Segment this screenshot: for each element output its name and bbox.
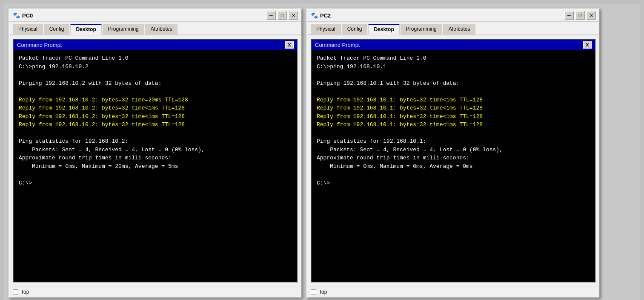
cmd-line: Ping statistics for 192.168.10.1: (317, 137, 590, 146)
command-prompt-window: Command Prompt X Packet Tracer PC Comman… (13, 39, 298, 283)
cmd-line: Reply from 192.168.10.1: bytes=32 time<1… (317, 112, 590, 121)
cmd-line: Packet Tracer PC Command Line 1.0 (317, 54, 590, 63)
cmd-line: Reply from 192.168.10.2: bytes=32 time<1… (19, 121, 292, 129)
tab-config[interactable]: Config (342, 24, 368, 35)
cmd-line: Packets: Sent = 4, Received = 4, Lost = … (317, 146, 590, 154)
cmd-line: Pinging 192.168.10.2 with 32 bytes of da… (19, 79, 292, 88)
window-pc2: 🐾 PC2 ─ □ ✕ PhysicalConfigDesktopProgram… (306, 9, 600, 298)
cmd-line (19, 129, 292, 138)
minimize-button[interactable]: ─ (564, 11, 574, 20)
tabs-bar: PhysicalConfigDesktopProgrammingAttribut… (9, 22, 301, 35)
tab-programming[interactable]: Programming (103, 24, 144, 35)
tab-attributes[interactable]: Attributes (443, 24, 476, 35)
cmd-body[interactable]: Packet Tracer PC Command Line 1.0C:\>pin… (14, 50, 297, 282)
bottom-bar: Top (307, 286, 599, 297)
title-bar: 🐾 PC2 ─ □ ✕ (307, 9, 599, 22)
cmd-close-button[interactable]: X (583, 41, 592, 49)
cmd-line: Approximate round trip times in milli-se… (317, 154, 590, 162)
cmd-line: Reply from 192.168.10.1: bytes=32 time<1… (317, 96, 590, 104)
tab-config[interactable]: Config (44, 24, 70, 35)
cmd-line: C:\>ping 192.168.10.1 (317, 63, 590, 71)
title-bar-controls: ─ □ ✕ (564, 11, 596, 20)
cmd-line (19, 71, 292, 79)
tab-desktop[interactable]: Desktop (70, 24, 101, 35)
cmd-line (19, 87, 292, 96)
cmd-title-text: Command Prompt (315, 42, 360, 48)
close-button[interactable]: ✕ (289, 11, 298, 20)
cmd-line: Approximate round trip times in milli-se… (19, 154, 292, 162)
cmd-line: Minimum = 0ms, Maximum = 20ms, Average =… (19, 162, 292, 171)
maximize-button[interactable]: □ (575, 11, 585, 20)
title-bar-controls: ─ □ ✕ (266, 11, 298, 20)
cmd-titlebar: Command Prompt X (14, 40, 297, 50)
tab-desktop[interactable]: Desktop (368, 24, 399, 35)
top-label: Top (319, 289, 327, 295)
cmd-line: Reply from 192.168.10.1: bytes=32 time<1… (317, 104, 590, 112)
cmd-title-text: Command Prompt (17, 42, 62, 48)
window-pc0: 🐾 PC0 ─ □ ✕ PhysicalConfigDesktopProgram… (9, 9, 302, 298)
cmd-line: C:\> (19, 179, 292, 188)
bottom-bar: Top (9, 286, 301, 297)
cmd-line: Packets: Sent = 4, Received = 4, Lost = … (19, 146, 292, 154)
tab-physical[interactable]: Physical (311, 24, 341, 35)
cmd-line: Reply from 192.168.10.2: bytes=32 time<1… (19, 104, 292, 112)
window-content: Command Prompt X Packet Tracer PC Comman… (9, 35, 301, 286)
cmd-line (317, 170, 590, 179)
command-prompt-window: Command Prompt X Packet Tracer PC Comman… (311, 39, 596, 283)
minimize-button[interactable]: ─ (266, 11, 276, 20)
window-icon: 🐾 (311, 12, 318, 19)
window-content: Command Prompt X Packet Tracer PC Comman… (307, 35, 599, 286)
cmd-line: Reply from 192.168.10.2: bytes=32 time=2… (19, 96, 292, 104)
cmd-line (19, 170, 292, 179)
cmd-line: Reply from 192.168.10.2: bytes=32 time<1… (19, 112, 292, 121)
tabs-bar: PhysicalConfigDesktopProgrammingAttribut… (307, 22, 599, 35)
cmd-titlebar: Command Prompt X (312, 40, 595, 50)
cmd-line (317, 71, 590, 79)
title-bar: 🐾 PC0 ─ □ ✕ (9, 9, 301, 22)
top-checkbox[interactable] (311, 289, 316, 295)
cmd-line: Minimum = 0ms, Maximum = 0ms, Average = … (317, 162, 590, 171)
top-checkbox[interactable] (13, 289, 18, 295)
window-title: PC0 (22, 12, 264, 19)
cmd-line: Reply from 192.168.10.1: bytes=32 time<1… (317, 121, 590, 129)
window-icon: 🐾 (13, 12, 20, 19)
cmd-line: Ping statistics for 192.168.10.2: (19, 137, 292, 146)
maximize-button[interactable]: □ (278, 11, 287, 20)
window-title: PC2 (320, 12, 562, 19)
cmd-line (317, 129, 590, 138)
tab-programming[interactable]: Programming (401, 24, 442, 35)
top-label: Top (21, 289, 29, 295)
cmd-body[interactable]: Packet Tracer PC Command Line 1.0C:\>pin… (312, 50, 595, 282)
cmd-line: C:\>ping 192.168.10.2 (19, 63, 292, 71)
cmd-line: Pinging 192.168.10.1 with 32 bytes of da… (317, 79, 590, 88)
close-button[interactable]: ✕ (587, 11, 596, 20)
cmd-line (317, 87, 590, 96)
cmd-line: Packet Tracer PC Command Line 1.0 (19, 54, 292, 63)
tab-physical[interactable]: Physical (13, 24, 43, 35)
cmd-close-button[interactable]: X (285, 41, 294, 49)
tab-attributes[interactable]: Attributes (145, 24, 178, 35)
cmd-line: C:\> (317, 179, 590, 188)
